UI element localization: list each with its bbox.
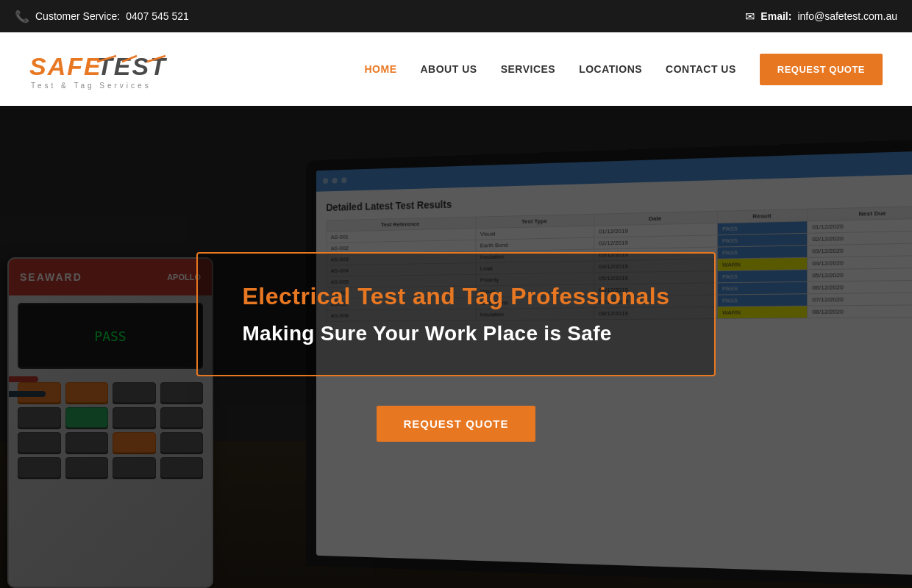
hero-section: Detailed Latest Test Results Test Refere… bbox=[0, 106, 912, 588]
hero-title: Electrical Test and Tag Professionals bbox=[242, 283, 669, 310]
hero-content-wrapper: Electrical Test and Tag Professionals Ma… bbox=[0, 106, 912, 588]
customer-service-label: Customer Service: bbox=[35, 10, 120, 22]
svg-text:Test & Tag Services: Test & Tag Services bbox=[31, 82, 152, 90]
nav-locations[interactable]: LOCATIONS bbox=[579, 63, 642, 75]
email-label: Email: bbox=[760, 10, 791, 22]
nav-services[interactable]: SERVICES bbox=[501, 63, 556, 75]
navbar: SAFE TEST Test & Tag Services HOME ABOUT… bbox=[0, 32, 912, 106]
svg-text:TEST: TEST bbox=[97, 52, 168, 80]
hero-subtitle: Making Sure Your Work Place is Safe bbox=[242, 322, 669, 345]
logo[interactable]: SAFE TEST Test & Tag Services bbox=[29, 46, 177, 93]
email-icon: ✉ bbox=[745, 10, 755, 24]
logo-svg: SAFE TEST Test & Tag Services bbox=[29, 46, 177, 93]
nav-links: HOME ABOUT US SERVICES LOCATIONS CONTACT… bbox=[365, 54, 883, 85]
hero-text-box: Electrical Test and Tag Professionals Ma… bbox=[196, 252, 715, 376]
customer-service-info: 📞 Customer Service: 0407 545 521 bbox=[15, 10, 189, 24]
phone-number: 0407 545 521 bbox=[126, 10, 189, 22]
email-address: info@safetest.com.au bbox=[797, 10, 897, 22]
nav-about[interactable]: ABOUT US bbox=[421, 63, 477, 75]
top-bar: 📞 Customer Service: 0407 545 521 ✉ Email… bbox=[0, 0, 912, 32]
hero-cta-button[interactable]: REQUEST QUOTE bbox=[377, 406, 535, 442]
nav-request-quote-button[interactable]: REQUEST QUOTE bbox=[760, 54, 883, 85]
svg-text:SAFE: SAFE bbox=[29, 52, 102, 80]
phone-icon: 📞 bbox=[15, 10, 29, 24]
email-info: ✉ Email: info@safetest.com.au bbox=[745, 10, 897, 24]
nav-contact[interactable]: CONTACT US bbox=[666, 63, 736, 75]
nav-home[interactable]: HOME bbox=[365, 63, 397, 75]
